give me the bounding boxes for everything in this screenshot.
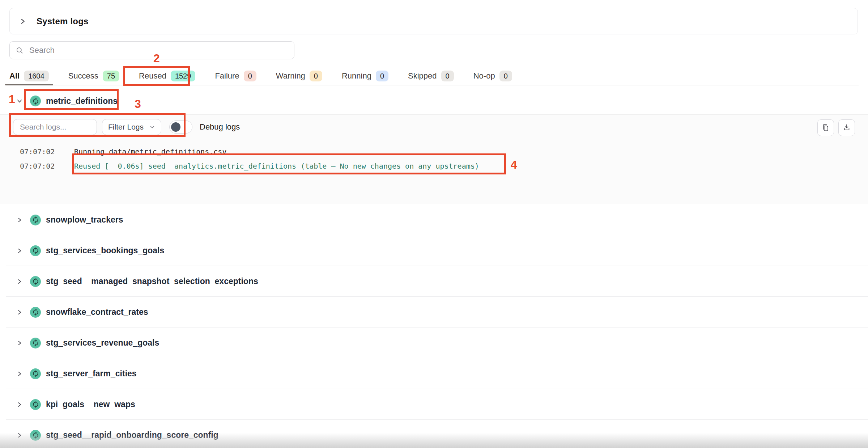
count-badge: 0 <box>376 71 388 81</box>
list-item-stg-seed-managed-snapshot-selection-exceptions[interactable]: stg_seed__managed_snapshot_selection_exc… <box>0 266 868 297</box>
list-item-snowplow-trackers[interactable]: snowplow_trackers <box>0 204 868 235</box>
tab-failure[interactable]: Failure 0 <box>215 67 256 85</box>
chevron-right-icon[interactable] <box>16 371 23 377</box>
list-item-metric-definitions-expanded[interactable]: metric_definitions <box>0 89 868 113</box>
debug-logs-toggle[interactable] <box>169 121 192 134</box>
tab-reused[interactable]: Reused 1529 <box>139 67 195 85</box>
log-message: Reused [ 0.06s] seed analytics.metric_de… <box>74 162 479 170</box>
count-badge: 0 <box>499 71 512 81</box>
search-icon <box>16 46 24 54</box>
node-list: snowplow_trackers stg_services_bookings_… <box>0 204 868 448</box>
chevron-right-icon[interactable] <box>16 401 23 408</box>
reused-status-icon <box>30 215 41 225</box>
reused-status-icon <box>30 399 41 410</box>
download-logs-button[interactable] <box>838 119 855 136</box>
list-item-stg-services-revenue-goals[interactable]: stg_services_revenue_goals <box>0 327 868 358</box>
download-icon <box>842 123 851 132</box>
log-timestamp: 07:07:02 <box>20 147 55 156</box>
count-badge: 1529 <box>171 71 196 81</box>
log-search-input[interactable] <box>19 122 91 132</box>
reused-status-icon <box>30 430 41 441</box>
copy-logs-button[interactable] <box>817 119 834 136</box>
search-bar[interactable] <box>9 41 294 59</box>
log-search-field[interactable] <box>13 119 97 135</box>
node-label: metric_definitions <box>46 96 118 106</box>
chevron-right-icon[interactable] <box>16 278 23 285</box>
debug-logs-label: Debug logs <box>200 122 240 132</box>
list-item-kpi-goals-new-waps[interactable]: kpi_goals__new_waps <box>0 389 868 420</box>
reused-status-icon <box>30 276 41 287</box>
list-item-stg-services-bookings-goals[interactable]: stg_services_bookings_goals <box>0 235 868 266</box>
log-timestamp: 07:07:02 <box>20 162 55 170</box>
copy-icon <box>821 123 830 132</box>
count-badge: 0 <box>441 71 454 81</box>
status-tab-bar: All 1604 Success 75 Reused 1529 Failure … <box>9 67 859 85</box>
log-panel: Filter Logs Debug logs <box>0 114 868 204</box>
log-line-reused: 07:07:02 Reused [ 0.06s] seed analytics.… <box>0 159 868 173</box>
reused-status-icon <box>30 96 41 106</box>
tab-warning[interactable]: Warning 0 <box>276 67 322 85</box>
tab-success[interactable]: Success 75 <box>68 67 119 85</box>
chevron-right-icon[interactable] <box>16 432 23 439</box>
log-controls: Filter Logs Debug logs <box>13 119 240 135</box>
reused-status-icon <box>30 245 41 256</box>
count-badge: 0 <box>310 71 322 81</box>
tab-running[interactable]: Running 0 <box>342 67 388 85</box>
tab-all[interactable]: All 1604 <box>9 67 49 85</box>
reused-status-icon <box>30 368 41 379</box>
chevron-right-icon[interactable] <box>16 248 23 254</box>
tab-noop[interactable]: No-op 0 <box>473 67 512 85</box>
list-item-snowflake-contract-rates[interactable]: snowflake_contract_rates <box>0 297 868 327</box>
log-line: 07:07:02 Running data/metric_definitions… <box>0 144 868 159</box>
toggle-knob <box>171 122 180 132</box>
chevron-right-icon[interactable] <box>16 340 23 346</box>
chevron-right-icon[interactable] <box>16 217 23 223</box>
count-badge: 75 <box>103 71 119 81</box>
chevron-down-icon <box>149 124 155 130</box>
tab-skipped[interactable]: Skipped 0 <box>408 67 454 85</box>
search-input[interactable] <box>29 45 288 55</box>
log-output: 07:07:02 Running data/metric_definitions… <box>0 144 868 173</box>
list-item-stg-server-farm-cities[interactable]: stg_server_farm_cities <box>0 358 868 389</box>
reused-status-icon <box>30 338 41 348</box>
log-message: Running data/metric_definitions.csv <box>74 147 226 156</box>
chevron-down-icon[interactable] <box>16 98 23 104</box>
count-badge: 1604 <box>24 71 49 81</box>
count-badge: 0 <box>244 71 256 81</box>
system-logs-header: System logs <box>9 8 858 34</box>
page-title: System logs <box>37 16 89 26</box>
chevron-right-icon[interactable] <box>19 18 26 25</box>
list-item-stg-seed-rapid-onboarding-score-config[interactable]: stg_seed__rapid_onboarding_score_config <box>0 420 868 448</box>
log-actions <box>817 119 855 136</box>
filter-logs-dropdown[interactable]: Filter Logs <box>102 119 161 135</box>
reused-status-icon <box>30 307 41 318</box>
chevron-right-icon[interactable] <box>16 309 23 316</box>
